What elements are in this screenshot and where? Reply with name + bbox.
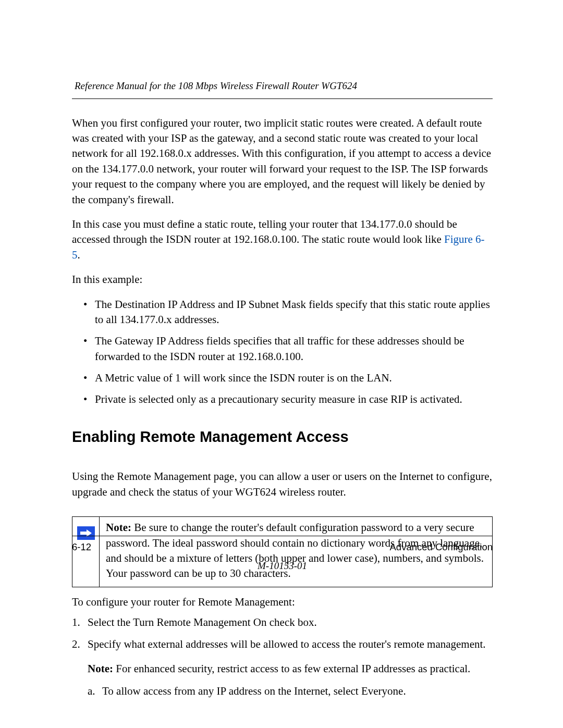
sub-item: a. To allow access from any IP address o…	[88, 684, 493, 699]
sub-letter: a.	[88, 684, 95, 699]
bullet-text: The Gateway IP Address fields specifies …	[95, 335, 464, 362]
sub-text: To allow access from any IP address on t…	[102, 685, 406, 697]
step-text: Specify what external addresses will be …	[88, 638, 486, 650]
page-content: Reference Manual for the 108 Mbps Wirele…	[0, 0, 563, 699]
subnote-label: Note:	[88, 662, 113, 675]
bullet-item: Private is selected only as a precaution…	[83, 392, 493, 407]
paragraph-2: In this case you must define a static ro…	[72, 217, 493, 263]
config-lead: To configure your router for Remote Mana…	[72, 595, 493, 610]
page-number: 6-12	[72, 540, 91, 554]
running-header: Reference Manual for the 108 Mbps Wirele…	[72, 79, 493, 93]
step-text: Select the Turn Remote Management On che…	[88, 616, 317, 628]
paragraph-2-text-b: .	[78, 249, 80, 261]
footer-rule	[72, 536, 493, 536]
step-item: 2. Specify what external addresses will …	[72, 637, 493, 699]
document-id: M-10153-01	[72, 559, 493, 573]
paragraph-3: In this example:	[72, 272, 493, 287]
section-name: Advanced Configuration	[390, 540, 493, 554]
header-rule	[72, 98, 493, 99]
page-footer: 6-12 Advanced Configuration M-10153-01	[72, 536, 493, 573]
subnote-text: For enhanced security, restrict access t…	[113, 662, 470, 675]
bullet-text: The Destination IP Address and IP Subnet…	[95, 298, 490, 326]
step-number: 1.	[72, 615, 80, 630]
bullet-text: Private is selected only as a precaution…	[95, 393, 462, 405]
section-heading: Enabling Remote Management Access	[72, 426, 493, 448]
footer-row: 6-12 Advanced Configuration	[72, 540, 493, 554]
step-number: 2.	[72, 637, 80, 652]
lettered-sublist: a. To allow access from any IP address o…	[88, 684, 493, 699]
config-steps: 1. Select the Turn Remote Management On …	[72, 615, 493, 699]
paragraph-2-text-a: In this case you must define a static ro…	[72, 218, 457, 245]
section-intro: Using the Remote Management page, you ca…	[72, 469, 493, 500]
paragraph-1: When you first configured your router, t…	[72, 116, 493, 207]
bullet-item: A Metric value of 1 will work since the …	[83, 371, 493, 386]
example-bullet-list: The Destination IP Address and IP Subnet…	[72, 297, 493, 408]
bullet-text: A Metric value of 1 will work since the …	[95, 372, 392, 384]
bullet-item: The Destination IP Address and IP Subnet…	[83, 297, 493, 328]
step-subnote: Note: For enhanced security, restrict ac…	[88, 661, 493, 676]
bullet-item: The Gateway IP Address fields specifies …	[83, 334, 493, 364]
note-label: Note:	[106, 521, 131, 534]
step-item: 1. Select the Turn Remote Management On …	[72, 615, 493, 630]
